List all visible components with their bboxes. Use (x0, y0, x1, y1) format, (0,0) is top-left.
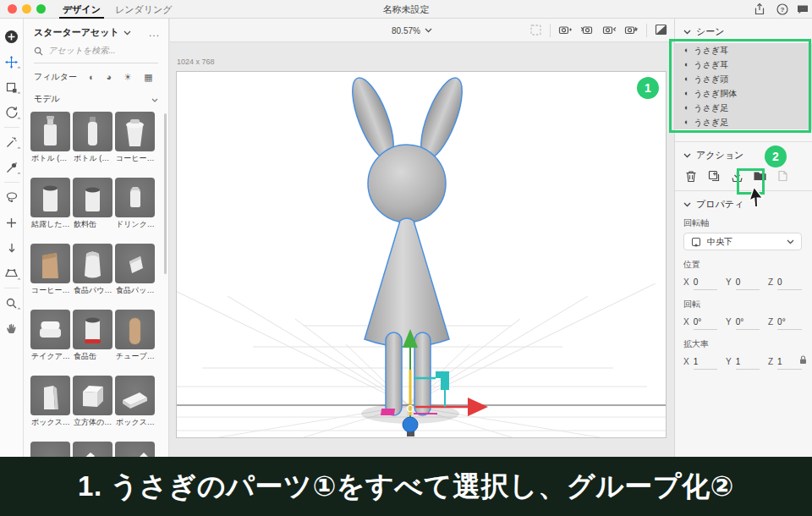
comment-icon[interactable] (796, 3, 809, 16)
duplicate-icon[interactable] (706, 168, 721, 184)
asset-tile[interactable]: 食品缶 (73, 310, 112, 362)
position-x-field[interactable]: X0 (683, 277, 717, 290)
asset-thumbnail-cube[interactable] (73, 376, 112, 415)
asset-thumbnail-cards[interactable] (73, 442, 112, 457)
chevron-down-icon (683, 30, 691, 35)
match-image-icon[interactable] (529, 24, 542, 38)
position-label: 位置 (675, 250, 812, 274)
position-y-field[interactable]: Y0 (726, 277, 760, 290)
asset-tile[interactable]: チューブ… (115, 310, 155, 362)
scale-x-field[interactable]: X1 (683, 357, 717, 370)
select-scale-tool-icon[interactable] (2, 74, 22, 100)
asset-thumbnail-sachet[interactable] (115, 244, 155, 283)
asset-tile[interactable]: カードの… (115, 442, 155, 457)
rotation-x-field[interactable]: X0° (683, 317, 717, 330)
assets-panel-title[interactable]: スターターアセット (34, 26, 119, 39)
asset-thumbnail-wedge[interactable] (115, 376, 155, 415)
scene-header-label: シーン (696, 25, 725, 38)
sampler-tool-icon[interactable] (2, 155, 22, 180)
asset-thumbnail-pouch[interactable] (73, 244, 112, 283)
camera-bookmark-icon[interactable] (624, 24, 639, 38)
asset-tile[interactable]: 食品パッ… (115, 244, 155, 296)
artboard[interactable] (176, 71, 667, 438)
asset-tile[interactable]: ドリンク… (115, 178, 155, 230)
models-section-label: モデル (34, 93, 60, 105)
asset-label: 食品缶 (73, 349, 112, 362)
asset-thumbnail-bottle-slim[interactable] (73, 112, 112, 151)
rabbit-model[interactable] (344, 73, 470, 415)
page-icon (775, 168, 790, 184)
asset-thumbnail-box-tall[interactable] (30, 376, 70, 415)
drop-to-ground-icon[interactable] (2, 235, 22, 261)
asset-thumbnail-cup[interactable] (115, 112, 155, 151)
horizon-tool-icon[interactable] (2, 261, 22, 286)
pan-tool-icon[interactable] (2, 316, 22, 341)
camera-add-icon[interactable] (558, 24, 573, 38)
canvas-toolbar: 80.57% (170, 19, 674, 42)
asset-thumbnail-can[interactable] (73, 178, 112, 217)
gizmo-xz-handle (381, 409, 395, 415)
move-origin-icon[interactable] (2, 210, 22, 235)
asset-tile[interactable]: コーヒー… (30, 244, 70, 296)
asset-thumbnail-package-tan[interactable] (30, 442, 70, 457)
asset-thumbnail-bottle-square[interactable] (30, 112, 70, 151)
asset-grid: ボトル (…ボトル (…コーヒー…結露した…飲料缶ドリンク…コーヒー…食品パウ…… (24, 110, 168, 457)
zoom-control[interactable]: 80.57% (392, 19, 432, 42)
lasso-select-icon[interactable] (2, 184, 22, 210)
rotation-y-field[interactable]: Y0° (726, 317, 760, 330)
rotation-z-field[interactable]: Z0° (768, 317, 802, 330)
asset-tile[interactable]: コーヒー… (115, 112, 155, 164)
assets-scrollbar[interactable] (164, 113, 167, 274)
filter-images-icon[interactable]: ▦ (144, 72, 152, 83)
filter-models-icon[interactable]: ◐ (89, 72, 95, 82)
asset-thumbnail-can-tall[interactable] (30, 178, 70, 217)
asset-tile[interactable]: ボックス… (115, 376, 155, 428)
asset-search-input[interactable]: アセットを検索... (34, 45, 158, 63)
asset-thumbnail-pouch-mini[interactable] (115, 178, 155, 217)
asset-thumbnail-can-red[interactable] (73, 310, 112, 349)
asset-tile[interactable]: 立方体の… (73, 376, 112, 428)
select-move-tool-icon[interactable] (2, 49, 22, 74)
add-content-icon[interactable] (2, 24, 22, 49)
models-section-header[interactable]: モデル (24, 86, 168, 110)
delete-icon[interactable] (683, 168, 699, 184)
asset-label: ボックス… (115, 415, 155, 428)
asset-tile[interactable]: 飲料缶 (73, 178, 112, 230)
scale-y-field[interactable]: Y1 (726, 357, 760, 370)
scale-z-field[interactable]: Z1 (768, 357, 802, 370)
asset-thumbnail-tube-tan[interactable] (115, 310, 155, 349)
left-toolbar (0, 19, 24, 457)
asset-tile[interactable]: 食品パウ… (73, 244, 112, 296)
asset-tile[interactable]: テイクア… (30, 310, 70, 362)
help-icon[interactable]: ? (776, 3, 789, 16)
chevron-down-icon (151, 95, 158, 104)
asset-thumbnail-clamshell[interactable] (30, 310, 70, 349)
asset-label: ボトル (… (30, 151, 70, 164)
camera-redo-icon[interactable] (602, 24, 617, 38)
asset-tile[interactable]: 結露した… (30, 178, 70, 230)
asset-tile[interactable]: 名刺の束 (73, 442, 112, 457)
actions-section-header[interactable]: アクション (675, 142, 812, 167)
properties-section-header[interactable]: プロパティ (675, 191, 812, 216)
asset-thumbnail-bag-tan[interactable] (30, 244, 70, 283)
filter-materials-icon[interactable]: ◕ (107, 72, 112, 82)
pivot-select[interactable]: 中央下 (683, 233, 802, 250)
lock-icon[interactable] (799, 355, 807, 366)
pivot-value: 中央下 (707, 236, 732, 248)
asset-tile[interactable]: 紐で結ん… (30, 442, 70, 457)
panel-menu-icon[interactable]: ... (149, 27, 160, 39)
asset-tile[interactable]: ボトル (… (73, 112, 112, 164)
magic-wand-tool-icon[interactable] (2, 129, 22, 155)
mouse-cursor (749, 187, 765, 211)
zoom-tool-icon[interactable] (2, 290, 22, 316)
asset-tile[interactable]: ボックス… (30, 376, 70, 428)
select-rotate-tool-icon[interactable] (2, 100, 22, 125)
asset-thumbnail-card-lean[interactable] (115, 442, 155, 457)
render-preview-icon[interactable] (655, 24, 667, 37)
position-z-field[interactable]: Z0 (768, 277, 802, 290)
share-icon[interactable] (753, 3, 766, 16)
camera-undo-icon[interactable] (580, 24, 595, 38)
filter-lights-icon[interactable]: ☀ (123, 72, 132, 83)
asset-tile[interactable]: ボトル (… (30, 112, 70, 164)
zoom-value: 80.57% (392, 26, 420, 36)
